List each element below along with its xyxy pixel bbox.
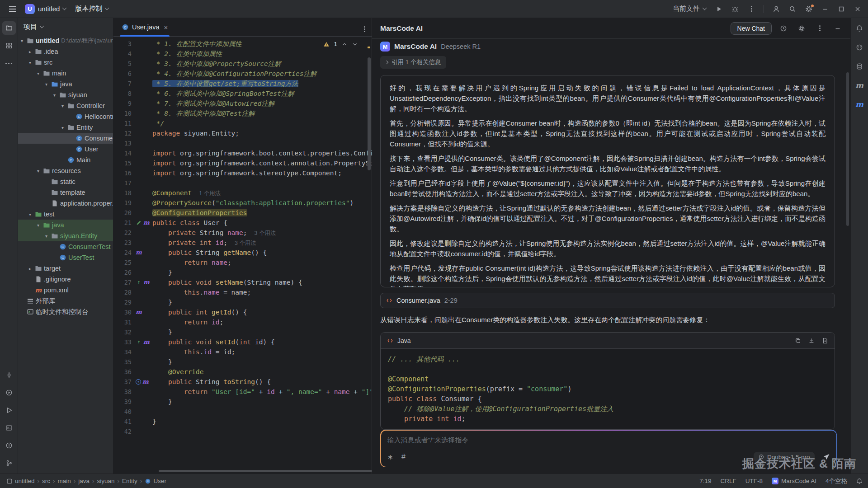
breadcrumb-item[interactable]: main — [56, 478, 73, 484]
maximize-icon[interactable] — [834, 2, 849, 16]
breadcrumb-item[interactable]: src — [40, 478, 52, 484]
tree-item[interactable]: template — [18, 187, 113, 198]
notifications-icon[interactable] — [853, 22, 866, 35]
tree-item[interactable]: CMain — [18, 155, 113, 165]
project-panel-header[interactable]: 项目 — [18, 18, 113, 35]
code-line[interactable]: 17 — [113, 178, 372, 188]
settings-icon[interactable] — [801, 2, 816, 16]
ai-settings-icon[interactable] — [795, 22, 808, 35]
code-line[interactable]: 32 } — [113, 327, 372, 337]
tree-item[interactable]: 临时文件和控制台 — [18, 306, 113, 317]
tree-item[interactable]: CConsumer — [18, 133, 113, 144]
code-line[interactable]: 15import org.springframework.context.ann… — [113, 158, 372, 168]
chat-scrollbar[interactable] — [846, 72, 849, 226]
code-line[interactable]: 33↑m public void setId(int id) { — [113, 337, 372, 347]
context-icon[interactable]: # — [401, 453, 406, 461]
services-icon[interactable] — [2, 386, 16, 399]
tree-item[interactable]: ▾Entity — [18, 122, 113, 133]
marscode-ai-tool-icon[interactable]: m — [853, 98, 866, 111]
tree-item[interactable]: ▸target — [18, 263, 113, 274]
code-line[interactable]: 13 — [113, 138, 372, 148]
line-separator[interactable]: CRLF — [720, 478, 736, 484]
tree-item[interactable]: ▾test — [18, 209, 113, 220]
code-line[interactable]: 20@ConfigurationProperties — [113, 208, 372, 218]
tree-item[interactable]: ▾untitledD:\data\程序\java\unti — [18, 35, 113, 46]
code-line[interactable]: 29 } — [113, 297, 372, 307]
tree-item[interactable]: CHellocontrol... — [18, 111, 113, 122]
history-icon[interactable] — [777, 22, 790, 35]
tree-item[interactable]: .gitignore — [18, 274, 113, 285]
account-icon[interactable] — [769, 2, 784, 16]
code-line[interactable]: 7 * 5. 在类中设置get/set;重写toString方法 — [113, 79, 372, 89]
chat-input[interactable]: 输入消息或者"/"来选择指令 — [387, 436, 830, 445]
usages-inlay[interactable]: 3 个用法 — [255, 230, 276, 236]
minimize-icon[interactable] — [817, 2, 833, 16]
code-line[interactable]: 16import org.springframework.stereotype.… — [113, 168, 372, 178]
code-line[interactable]: 39 } — [113, 397, 372, 407]
tree-item[interactable]: static — [18, 176, 113, 187]
tree-item[interactable]: mpom.xml — [18, 285, 113, 296]
commit-icon[interactable] — [2, 368, 16, 382]
code-line[interactable]: 22 private String name;3 个用法 — [113, 228, 372, 238]
code-line[interactable]: 6 * 4. 在类中添加@ConfigurationProperties注解 — [113, 69, 372, 79]
run-config-selector[interactable]: 当前文件 — [669, 3, 710, 15]
code-line[interactable]: 23 private int id;3 个用法 — [113, 238, 372, 248]
vcs-widget[interactable]: 版本控制 — [71, 3, 113, 15]
structure-icon[interactable] — [2, 39, 16, 52]
tree-item[interactable]: ▾resources — [18, 165, 113, 176]
run-tool-icon[interactable] — [2, 404, 16, 417]
tree-item[interactable]: ▾src — [18, 57, 113, 68]
file-encoding[interactable]: UTF-8 — [745, 478, 763, 484]
usages-inlay[interactable]: 3 个用法 — [235, 240, 256, 246]
prev-issue-icon[interactable] — [341, 41, 348, 47]
code-line[interactable]: 36 @Override — [113, 367, 372, 377]
code-line[interactable]: 10 * 8. 在测试类中添加@Test注解 — [113, 108, 372, 118]
debug-icon[interactable] — [727, 2, 743, 16]
tree-item[interactable]: ▾Controller — [18, 100, 113, 111]
code-line[interactable]: 19@PropertySource("classpath:application… — [113, 198, 372, 208]
code-line[interactable]: 5 * 3. 在类中添加@PropertySource注解 — [113, 59, 372, 69]
code-line[interactable]: 38 return "User [id=" + id + ", name=" +… — [113, 387, 372, 397]
database-icon[interactable] — [853, 60, 866, 73]
run-icon[interactable] — [711, 2, 726, 16]
tree-item[interactable]: ▾java — [18, 79, 113, 89]
breadcrumb-item[interactable]: untitled — [5, 478, 37, 484]
commands-icon[interactable]: ∗ — [387, 453, 393, 461]
code-line[interactable]: 26 } — [113, 267, 372, 277]
ai-more-icon[interactable] — [813, 22, 826, 35]
status-notifications-icon[interactable] — [856, 478, 863, 484]
code-line[interactable]: 30m public int getId() { — [113, 307, 372, 317]
next-issue-icon[interactable] — [352, 41, 358, 47]
new-chat-button[interactable]: New Chat — [731, 22, 772, 35]
error-stripe-mark[interactable] — [368, 47, 370, 48]
usages-inlay[interactable]: 1 个用法 — [199, 190, 221, 197]
tree-item[interactable]: CUserTest — [18, 252, 113, 263]
code-line[interactable]: 42 — [113, 427, 372, 436]
breadcrumb-item[interactable]: java — [76, 478, 91, 484]
breadcrumb-item[interactable]: siyuan — [95, 478, 117, 484]
editor-options-icon[interactable] — [364, 23, 365, 31]
inspection-widget[interactable]: 1 — [321, 40, 361, 48]
file-reference-chip[interactable]: Consumer.java 2-29 — [380, 293, 835, 308]
code-line[interactable]: 27↑m public void setName(String name) { — [113, 277, 372, 287]
code-line[interactable]: 31 return id; — [113, 317, 372, 327]
tree-item[interactable]: ▾siyuan.Entity — [18, 230, 113, 241]
problems-icon[interactable] — [2, 439, 16, 452]
tree-item[interactable]: ▾java — [18, 220, 113, 230]
code-line[interactable]: 14import org.springframework.boot.contex… — [113, 148, 372, 158]
code-line[interactable]: 9 * 7. 在测试类中添加@Autowired注解 — [113, 99, 372, 108]
code-line[interactable]: 8 * 6. 在测试类中添加@SpringBootTest注解 — [113, 89, 372, 99]
code-line[interactable]: 11 */ — [113, 118, 372, 128]
m-tool-icon[interactable]: m — [853, 79, 866, 92]
reference-chip[interactable]: 引用 1 个相关信息 — [380, 56, 446, 69]
version-control-icon[interactable] — [2, 456, 16, 470]
main-menu-icon[interactable] — [5, 2, 20, 16]
code-line[interactable]: 41} — [113, 417, 372, 427]
breadcrumb-item[interactable]: Entity — [120, 478, 139, 484]
indent-setting[interactable]: 4个空格 — [826, 477, 847, 485]
code-line[interactable]: 21mpublic class User { — [113, 218, 372, 228]
tree-item[interactable]: CConsumerTest — [18, 241, 113, 252]
copy-icon[interactable] — [795, 338, 801, 344]
tree-item[interactable]: application.proper... — [18, 198, 113, 209]
tab-user-java[interactable]: C User.java × — [117, 18, 172, 36]
